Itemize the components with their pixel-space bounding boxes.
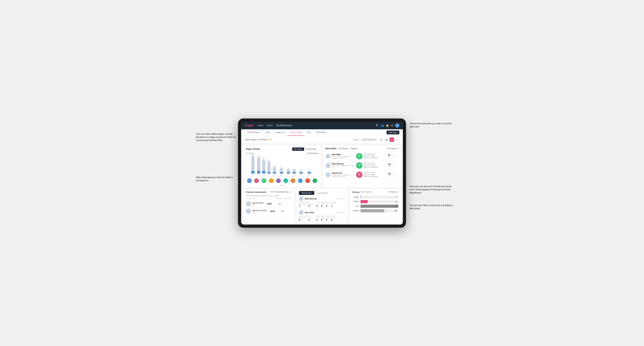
player-avatar[interactable]: J bbox=[269, 178, 274, 183]
sub-tab-team-clippd[interactable]: Team Clippd bbox=[288, 129, 304, 136]
all-players-dropdown[interactable]: All Players ▾ bbox=[388, 147, 398, 150]
nav-link-myperformance[interactable]: My Performance bbox=[276, 124, 292, 127]
heart-view-button[interactable]: ♥ bbox=[390, 137, 394, 142]
plus-circle-icon[interactable]: ⊕ bbox=[391, 124, 393, 127]
tablet-frame: clippd Home Teams My Performance 🔍 👥 🔔 ⊕… bbox=[238, 119, 406, 228]
sub-tab-pga[interactable]: PGA bbox=[263, 129, 273, 136]
scoring-bar-label: Eagles bbox=[352, 196, 359, 198]
sub-tab-hcaps[interactable]: Hcaps 1-5 bbox=[273, 129, 287, 136]
chevron-down-icon: ▾ bbox=[371, 191, 372, 193]
gtt-val: 0 bbox=[316, 205, 319, 207]
show-controls: Show: Last 3 months ▾ ⊞ ▦ ♥ ≡ bbox=[354, 137, 399, 142]
lb-players: Richard Butler 🥇 1 19/20 110 Edward Cros… bbox=[243, 200, 294, 215]
player-avatar[interactable]: R bbox=[291, 178, 295, 183]
shot-stat-zero: 0 bbox=[391, 172, 396, 177]
gtt-col: GTT 0 bbox=[316, 203, 319, 207]
shot-player-name: Matt Miller bbox=[332, 154, 355, 156]
shot-item[interactable]: David Ford 24 Aug 2023 · Royal North Dev… bbox=[323, 170, 401, 179]
tiles-view-button[interactable]: ▦ bbox=[384, 137, 389, 142]
total-rounds-label: Total Rounds bbox=[299, 202, 314, 203]
active-avatar bbox=[299, 196, 304, 201]
shot-player-detail: 24 Aug 2023 · Royal North Devon GC, Hole… bbox=[332, 174, 355, 177]
player-avatar[interactable]: M bbox=[298, 178, 302, 183]
player-avatar[interactable]: O bbox=[284, 178, 288, 183]
scoring-bar-label: Birdies bbox=[352, 201, 359, 202]
lb-avg: 110 bbox=[275, 203, 284, 205]
users-icon[interactable]: 👥 bbox=[381, 124, 384, 127]
player-activity-title: Player Activity bbox=[246, 148, 260, 150]
shot-stat-dist: 67 yds bbox=[388, 154, 390, 159]
nav-logo: clippd bbox=[245, 124, 254, 127]
players-tab[interactable]: Players bbox=[350, 147, 358, 150]
team-header: Team Clippd | 14 Players ✏️ Show: Last 3… bbox=[241, 136, 403, 144]
scoring-bar-num: 315 bbox=[394, 210, 397, 212]
scoring-bar-fill bbox=[360, 200, 368, 203]
most-active-tab[interactable]: Most Active bbox=[299, 191, 314, 195]
arg-label: ARG bbox=[326, 203, 329, 205]
player-avatar[interactable]: E bbox=[276, 178, 281, 183]
avatar[interactable]: U bbox=[395, 123, 399, 128]
time-period-dropdown[interactable]: Last 3 months ▾ bbox=[361, 138, 377, 141]
edit-icon[interactable]: ✏️ bbox=[269, 138, 272, 141]
player-avatar[interactable]: D bbox=[262, 178, 266, 183]
player-avatar[interactable]: B bbox=[254, 178, 259, 183]
least-active-tab[interactable]: Least Active bbox=[314, 191, 330, 195]
all-shots-tab[interactable]: All Shots ▾ bbox=[338, 147, 348, 150]
player-activity-card: Player Activity On Course Practice Drill… bbox=[243, 146, 321, 187]
active-player-name: Blair McHarg bbox=[305, 198, 335, 200]
total-rounds-group: Total Rounds Tournament 7 Practice 6 bbox=[299, 202, 314, 207]
chart-dropdown[interactable]: Total Rounds ▾ bbox=[307, 152, 318, 154]
most-active-tabs: Most Active Least Active bbox=[296, 189, 348, 195]
total-practice-label: Total Practice Activities bbox=[316, 215, 336, 217]
lb-player-row[interactable]: Edward Crossman 🥈 2 18/20 107 bbox=[243, 207, 294, 215]
scoring-card: Scoring Par 3, 4 & 5s ▾ All Players ▾ Ea… bbox=[350, 189, 401, 222]
bar-group: 2 L. Robertson bbox=[306, 169, 313, 175]
scoring-bar-track: 96 bbox=[360, 200, 398, 203]
app-val: 0 bbox=[321, 205, 324, 207]
player-activity-header: Player Activity On Course Practice Drill… bbox=[243, 146, 321, 151]
bell-icon[interactable]: 🔔 bbox=[386, 124, 389, 127]
scoring-dropdown[interactable]: Par 3, 4 & 5s ▾ bbox=[361, 191, 372, 193]
tournament-val: 8 bbox=[299, 219, 306, 221]
bar bbox=[273, 167, 276, 173]
search-icon[interactable]: 🔍 bbox=[376, 124, 379, 127]
nav-link-home[interactable]: Home bbox=[258, 124, 263, 127]
shot-item[interactable]: Matt Miller 09 Jun 2023 · Royal North De… bbox=[323, 152, 401, 161]
sub-tab-tour[interactable]: Tour bbox=[304, 129, 314, 136]
sub-tab-all-players[interactable]: All Players bbox=[314, 129, 329, 136]
shot-stat-zero: 0 bbox=[391, 163, 396, 168]
practice-drills-toggle[interactable]: Practice Drills bbox=[304, 148, 318, 151]
view-icons: ⊞ ▦ ♥ ≡ bbox=[379, 137, 399, 142]
lb-player-row[interactable]: Richard Butler 🥇 1 19/20 110 bbox=[243, 200, 294, 207]
on-course-toggle[interactable]: On Course bbox=[292, 148, 304, 151]
player-avatar[interactable]: L bbox=[312, 178, 317, 183]
scoring-bar-fill bbox=[360, 205, 398, 208]
shot-item[interactable]: Blair McHarg 23 Jul 2023 · Ashridge GC, … bbox=[323, 161, 401, 170]
sub-tab-pgat[interactable]: PGAT Players bbox=[245, 129, 263, 136]
app-label: APP bbox=[321, 217, 324, 219]
lb-player-name: Edward Crossman bbox=[252, 209, 267, 211]
practice-sub: GTT 0 APP 0 ARG 0 PUTT 0 bbox=[316, 217, 336, 221]
leaderboard-dropdown[interactable]: PUTT Must Make Putting ... ▾ bbox=[271, 191, 292, 193]
nav-bar: clippd Home Teams My Performance 🔍 👥 🔔 ⊕… bbox=[241, 122, 403, 129]
player-avatar[interactable]: B bbox=[247, 178, 252, 183]
shot-stats: 43 yds 0 bbox=[388, 163, 396, 168]
chevron-right-icon: › bbox=[398, 173, 398, 176]
tablet-screen: clippd Home Teams My Performance 🔍 👥 🔔 ⊕… bbox=[241, 122, 403, 224]
bar-value: 4 bbox=[281, 166, 282, 168]
arg-label: ARG bbox=[326, 217, 329, 219]
add-team-button[interactable]: Add Team bbox=[386, 131, 399, 134]
lb-col-pb-avg: PB AVG SQ bbox=[283, 198, 292, 199]
scoring-all-players-dropdown[interactable]: All Players ▾ bbox=[389, 191, 398, 193]
best-shots-tabs: Best Shots All Shots ▾ Players bbox=[326, 147, 358, 150]
player-avatar[interactable]: E bbox=[306, 178, 310, 183]
main-content: Player Activity On Course Practice Drill… bbox=[241, 144, 403, 189]
shot-player-avatar bbox=[326, 163, 330, 168]
nav-link-teams[interactable]: Teams bbox=[267, 124, 273, 127]
grid-view-button[interactable]: ⊞ bbox=[379, 137, 384, 142]
putt-val: 1 bbox=[331, 205, 335, 207]
scoring-bar-row: Birdies 96 bbox=[352, 200, 398, 203]
leaderboard-header: Practice Leaderboards PUTT Must Make Put… bbox=[243, 189, 294, 195]
scoring-bar-row: Eagles 3 bbox=[352, 195, 398, 199]
filter-view-button[interactable]: ≡ bbox=[395, 137, 399, 142]
